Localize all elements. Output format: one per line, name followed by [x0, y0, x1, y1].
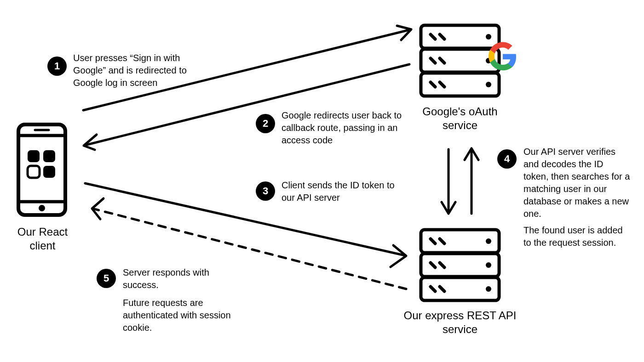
server-icon — [419, 227, 501, 303]
svg-rect-12 — [43, 150, 55, 162]
step-1-text: User presses “Sign in with Google” and i… — [73, 52, 193, 89]
step-2-badge: 2 — [256, 114, 275, 133]
svg-point-9 — [39, 205, 45, 211]
step-4-text-b: The found user is added to the request s… — [523, 224, 630, 249]
svg-point-26 — [486, 82, 491, 87]
step-5-badge: 5 — [97, 269, 116, 288]
step-3-text: Client sends the ID token to our API ser… — [282, 179, 406, 204]
step-5-text-b: Future requests are authenticated with s… — [123, 297, 238, 334]
step-5-text-a: Server responds with success. — [123, 266, 233, 291]
step-1-badge: 1 — [47, 57, 67, 76]
step-2-text: Google redirects user back to callback r… — [282, 109, 408, 147]
arrow-step-4-down — [442, 149, 455, 214]
svg-rect-13 — [43, 166, 55, 178]
google-node — [419, 23, 501, 99]
api-label: Our express REST API service — [400, 309, 520, 336]
google-g-icon — [488, 41, 518, 72]
step-3-badge: 3 — [256, 181, 275, 201]
client-label: Our React client — [5, 225, 80, 253]
arrow-step-4-up — [465, 148, 478, 214]
svg-point-36 — [486, 238, 491, 244]
svg-point-24 — [486, 34, 491, 40]
step-4-text-a: Our API server verifies and decodes the … — [523, 146, 630, 220]
step-4-badge: 4 — [497, 149, 517, 169]
svg-rect-11 — [28, 150, 40, 162]
svg-point-38 — [486, 286, 491, 292]
google-label: Google's oAuth service — [416, 105, 504, 132]
client-node — [17, 123, 67, 217]
svg-point-37 — [486, 262, 491, 268]
phone-icon — [17, 123, 67, 217]
diagram-canvas: Our React client — [0, 0, 644, 362]
api-node — [419, 227, 501, 303]
